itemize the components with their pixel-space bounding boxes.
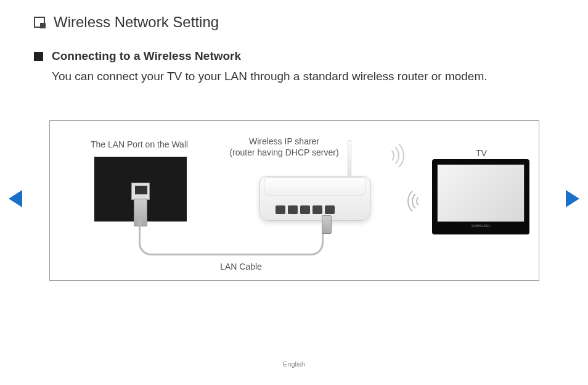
section-description: You can connect your TV to your LAN thro… — [52, 68, 554, 86]
title-bullet-icon — [34, 17, 45, 28]
router-ports-icon — [276, 205, 335, 214]
section-heading: Connecting to a Wireless Network — [34, 49, 554, 63]
label-router-line2: (router having DHCP server) — [229, 147, 338, 157]
wall-panel-icon — [94, 157, 187, 221]
tv-screen-icon — [437, 164, 525, 222]
label-router: Wireless IP sharer (router having DHCP s… — [216, 136, 352, 158]
label-tv: TV — [451, 148, 512, 158]
tv-icon: SAMSUNG — [432, 159, 529, 234]
page-title-text: Wireless Network Setting — [54, 14, 219, 31]
lan-cable-icon — [139, 220, 324, 255]
section-heading-text: Connecting to a Wireless Network — [52, 49, 241, 63]
section-connecting: Connecting to a Wireless Network You can… — [34, 49, 554, 86]
section-bullet-icon — [34, 52, 43, 61]
tv-brand-label: SAMSUNG — [437, 224, 525, 228]
page-title: Wireless Network Setting — [34, 14, 219, 31]
next-page-button[interactable] — [566, 190, 579, 207]
label-lan-cable: LAN Cable — [204, 262, 278, 271]
router-icon — [259, 176, 370, 221]
label-router-line1: Wireless IP sharer — [249, 136, 319, 146]
router-cable-plug-icon — [322, 215, 332, 234]
label-wall-port: The LAN Port on the Wall — [84, 139, 195, 149]
prev-page-button[interactable] — [9, 190, 22, 207]
lan-port-icon — [131, 183, 150, 200]
network-diagram: The LAN Port on the Wall Wireless IP sha… — [49, 120, 539, 281]
footer-language: English — [0, 360, 588, 368]
router-top-icon — [264, 177, 366, 196]
